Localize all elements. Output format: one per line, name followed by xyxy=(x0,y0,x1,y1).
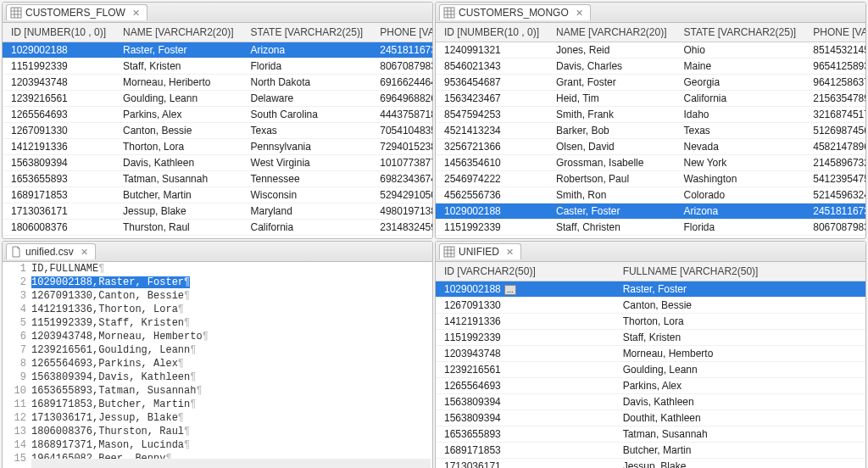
cell[interactable]: 1029002188... xyxy=(436,281,615,298)
cell[interactable]: North Dakota xyxy=(676,236,805,239)
cell[interactable]: Morneau, Heriberto xyxy=(114,75,242,91)
cell[interactable]: Goulding, Leann xyxy=(615,362,865,378)
line-text[interactable]: 1029002188,Raster, Foster¶ xyxy=(31,276,190,288)
table-row[interactable]: 1653655893Tatman, Susannah xyxy=(436,426,865,443)
cell[interactable]: Arizona xyxy=(242,42,372,58)
table-row[interactable]: 1240991321Jones, ReidOhio8514532145 xyxy=(436,42,865,58)
table-row[interactable]: 1412191336Thorton, LoraPennsylvania72940… xyxy=(3,139,432,155)
line-text[interactable]: 1689171853,Butcher, Martin¶ xyxy=(31,398,196,410)
close-icon[interactable]: ✕ xyxy=(576,8,583,19)
cell[interactable]: 7054104835 xyxy=(371,123,432,139)
tab-unified[interactable]: UNIFIED ✕ xyxy=(439,243,521,259)
cell[interactable]: West Virginia xyxy=(242,155,372,171)
cell[interactable]: 2546974222 xyxy=(436,171,548,187)
horizontal-scrollbar[interactable] xyxy=(31,459,431,468)
cell[interactable]: 1203943748 xyxy=(436,236,548,239)
cell[interactable]: Jones, Reid xyxy=(548,42,675,58)
col-state[interactable]: STATE [VARCHAR2(25)] xyxy=(676,23,805,42)
cell[interactable]: 8514532145 xyxy=(804,42,865,58)
table-row[interactable]: 8546021343Davis, CharlesMaine9654125893 xyxy=(436,58,865,75)
table-row[interactable]: 1868917371Mason, LucindaKentucky34751528… xyxy=(3,236,432,239)
line-text[interactable]: 1713036171,Jessup, Blake¶ xyxy=(31,412,184,424)
cell[interactable]: 2145896732 xyxy=(804,155,865,171)
cell[interactable]: Parkins, Alex xyxy=(114,107,242,123)
cell[interactable]: Davis, Kathleen xyxy=(114,155,242,171)
line-text[interactable]: 1239216561,Goulding, Leann¶ xyxy=(31,344,196,356)
line-text[interactable]: 1412191336,Thorton, Lora¶ xyxy=(31,304,184,315)
cell[interactable]: Maryland xyxy=(242,203,372,220)
table-row[interactable]: 1563809394Davis, KathleenWest Virginia10… xyxy=(3,155,432,171)
cell[interactable]: 7294015238 xyxy=(371,139,432,155)
col-fullname[interactable]: FULLNAME [VARCHAR2(50)] xyxy=(615,262,865,281)
cell[interactable]: Morneau, Hemberto xyxy=(548,236,675,239)
cell[interactable]: Colorado xyxy=(676,187,805,203)
cell[interactable]: Delaware xyxy=(242,91,372,107)
cell[interactable]: Davis, Kathleen xyxy=(615,394,865,410)
cell[interactable]: Staff, Christen xyxy=(548,220,675,236)
cell[interactable]: Thorton, Lora xyxy=(615,314,865,330)
col-name[interactable]: NAME [VARCHAR2(20)] xyxy=(548,23,675,42)
cell[interactable]: 5126987456 xyxy=(804,123,865,139)
editor-line[interactable]: 21029002188,Raster, Foster¶ xyxy=(3,276,432,289)
cell[interactable]: 6916624464 xyxy=(804,236,865,239)
cell[interactable]: 9654125893 xyxy=(804,58,865,75)
cell[interactable]: 2451811673 xyxy=(804,203,865,220)
table-row[interactable]: 1267091330Canton, Bessie xyxy=(436,298,865,314)
table-mongo[interactable]: ID [NUMBER(10 , 0)] NAME [VARCHAR2(20)] … xyxy=(436,23,865,238)
table-unified[interactable]: ID [VARCHAR2(50)] FULLNAME [VARCHAR2(50)… xyxy=(436,262,865,468)
cell[interactable]: Tatman, Susannah xyxy=(114,171,242,187)
editor-line[interactable]: 51151992339,Staff, Kristen¶ xyxy=(3,316,432,330)
cell[interactable]: Davis, Charles xyxy=(548,58,675,75)
cell[interactable]: Washington xyxy=(676,171,805,187)
editor-line[interactable]: 61203943748,Morneau, Hemberto¶ xyxy=(3,330,432,343)
cell[interactable]: South Carolina xyxy=(242,107,372,123)
col-id[interactable]: ID [VARCHAR2(50)] xyxy=(436,262,615,281)
cell[interactable]: 1267091330 xyxy=(3,123,114,139)
editor-line[interactable]: 111689171853,Butcher, Martin¶ xyxy=(3,398,432,411)
cell[interactable]: 1029002188 xyxy=(436,203,548,220)
cell[interactable]: Thorton, Lora xyxy=(114,139,242,155)
table-row[interactable]: 1806008376Thurston, RaulCalifornia231483… xyxy=(3,220,432,236)
cell[interactable]: 3216874517 xyxy=(804,107,865,123)
cell[interactable]: Morneau, Hemberto xyxy=(615,346,865,362)
editor-line[interactable]: 31267091330,Canton, Bessie¶ xyxy=(3,289,432,303)
cell[interactable]: 1203943748 xyxy=(436,346,615,362)
cell[interactable]: Thurston, Raul xyxy=(114,220,242,236)
cell[interactable]: 1412191336 xyxy=(436,314,615,330)
table-row[interactable]: 3256721366Olsen, DavidNevada4582147896 xyxy=(436,139,865,155)
col-id[interactable]: ID [NUMBER(10 , 0)] xyxy=(436,23,548,42)
cell[interactable]: Raster, Foster xyxy=(615,281,865,298)
cell[interactable]: Smith, Ron xyxy=(548,187,675,203)
cell[interactable]: Mason, Lucinda xyxy=(114,236,242,239)
cell[interactable]: Kentucky xyxy=(242,236,372,239)
cell[interactable]: 1203943748 xyxy=(3,75,114,91)
cell-editor-icon[interactable]: ... xyxy=(504,285,516,295)
cell[interactable]: 5294291050 xyxy=(371,187,432,203)
table-row[interactable]: 1563423467Heid, TimCalifornia2156354789 xyxy=(436,91,865,107)
table-row[interactable]: 1029002188...Raster, Foster xyxy=(436,281,865,298)
cell[interactable]: 1563809394 xyxy=(436,410,615,426)
cell[interactable]: 9536454687 xyxy=(436,75,548,91)
editor-line[interactable]: 81265564693,Parkins, Alex¶ xyxy=(3,357,432,370)
cell[interactable]: Arizona xyxy=(676,203,805,220)
line-text[interactable]: 1265564693,Parkins, Alex¶ xyxy=(31,358,184,370)
cell[interactable]: 1267091330 xyxy=(436,298,615,314)
cell[interactable]: Jessup, Blake xyxy=(114,203,242,220)
table-row[interactable]: 1151992339Staff, KristenFlorida806708798… xyxy=(3,58,432,75)
cell[interactable]: 1265564693 xyxy=(3,107,114,123)
cell[interactable]: California xyxy=(242,220,372,236)
table-row[interactable]: 1239216561Goulding, Leann xyxy=(436,362,865,378)
table-row[interactable]: 1203943748Morneau, HembertoNorth Dakota6… xyxy=(436,236,865,239)
cell[interactable]: 1713036171 xyxy=(3,203,114,220)
editor-line[interactable]: 131806008376,Thurston, Raul¶ xyxy=(3,425,432,438)
cell[interactable]: 8067087983 xyxy=(371,58,432,75)
cell[interactable]: Barker, Bob xyxy=(548,123,675,139)
line-text[interactable]: 1806008376,Thurston, Raul¶ xyxy=(31,426,190,437)
text-editor[interactable]: 1ID,FULLNAME¶21029002188,Raster, Foster¶… xyxy=(3,262,432,468)
cell[interactable]: Nevada xyxy=(676,139,805,155)
table-row[interactable]: 1563809394Douthit, Kathleen xyxy=(436,410,865,426)
cell[interactable]: 1029002188 xyxy=(3,42,114,58)
cell[interactable]: 1713036171 xyxy=(436,459,615,469)
cell[interactable]: Heid, Tim xyxy=(548,91,675,107)
cell[interactable]: 1806008376 xyxy=(3,220,114,236)
